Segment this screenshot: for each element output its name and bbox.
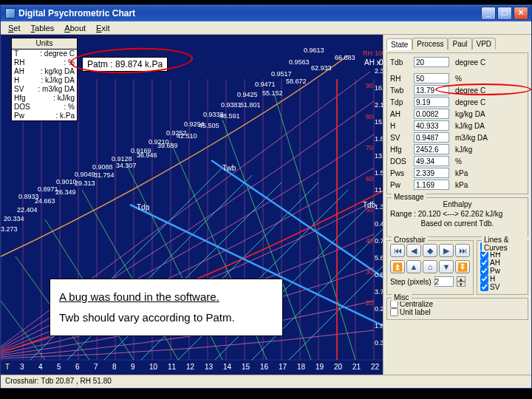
checkbox-ah[interactable] xyxy=(480,259,488,267)
state-unit: degree C xyxy=(452,86,525,95)
state-input-rh[interactable] xyxy=(414,73,449,83)
nav-home-button[interactable]: ⌂ xyxy=(423,260,437,273)
x-tick: 22 xyxy=(371,363,379,371)
chart-canvas[interactable]: Units T: degree CRH: %AH: kg/kg DAH: kJ/… xyxy=(1,35,383,375)
checkbox-sv[interactable] xyxy=(480,283,488,291)
check-sv[interactable]: SV xyxy=(480,283,525,291)
lines-group: Lines & Curves T RH AH Pw H SV xyxy=(477,240,528,295)
checkbox-pw[interactable] xyxy=(480,267,488,275)
step-down-button[interactable]: ▾ xyxy=(457,282,466,287)
right-scale-tick: 2.150 xyxy=(375,101,383,109)
x-tick: 7 xyxy=(94,363,98,371)
message-title: Message xyxy=(392,193,426,201)
right-scale-tick: 0.436 xyxy=(375,220,383,228)
right-scale-tick: 2.380 xyxy=(375,67,383,75)
state-label: H xyxy=(390,122,411,130)
side-panel: State Process Paul VPD Tdb degree CRH %T… xyxy=(383,35,531,375)
checkbox-misc[interactable] xyxy=(390,308,398,316)
state-unit: % xyxy=(452,75,525,83)
close-button[interactable]: × xyxy=(514,7,528,20)
nav-down-button[interactable]: ▼ xyxy=(439,260,454,273)
minimize-button[interactable]: _ xyxy=(481,7,496,20)
check-pw[interactable]: Pw xyxy=(480,267,525,275)
state-input-ah[interactable] xyxy=(414,109,449,119)
nav-center-button[interactable]: ◆ xyxy=(423,244,437,257)
state-label: Pws xyxy=(390,169,411,177)
tab-process[interactable]: Process xyxy=(412,38,448,50)
units-title: Units xyxy=(12,38,77,50)
nav-right-fast-button[interactable]: ⏭ xyxy=(455,244,470,257)
state-panel: Tdb degree CRH %Twb degree CTdp degree C… xyxy=(386,52,528,194)
menu-about[interactable]: About xyxy=(60,23,90,33)
state-input-sv[interactable] xyxy=(414,132,449,143)
state-input-dos[interactable] xyxy=(414,156,449,166)
lines-title: Lines & Curves xyxy=(482,236,528,252)
check-unit-label[interactable]: Unit label xyxy=(390,308,525,316)
message-group: Message Enthalpy Range : 20.120 <---> 62… xyxy=(386,197,528,237)
state-label: AH xyxy=(390,110,411,118)
nav-left-fast-button[interactable]: ⏮ xyxy=(390,244,405,257)
right-scale-tick: 3.77 xyxy=(375,288,383,296)
state-input-pws[interactable] xyxy=(414,168,449,178)
state-unit: kPa xyxy=(452,169,525,177)
right-scale-tick: 1.850 xyxy=(375,135,383,143)
x-tick: 13 xyxy=(205,363,213,371)
step-up-button[interactable]: ▴ xyxy=(457,276,466,282)
menu-tables[interactable]: Tables xyxy=(27,23,59,33)
tabs: State Process Paul VPD xyxy=(386,38,528,50)
state-row-rh: RH % xyxy=(390,72,525,84)
state-row-pw: Pw kPa xyxy=(390,179,525,191)
maximize-button[interactable]: □ xyxy=(497,7,512,20)
state-row-sv: SV m3/kg DA xyxy=(390,132,525,143)
tab-state[interactable]: State xyxy=(386,38,412,50)
checkbox-h[interactable] xyxy=(480,275,488,283)
rh-axis-hdr1: RH xyxy=(363,50,372,57)
x-tick: 20 xyxy=(334,363,342,371)
state-input-tdp[interactable] xyxy=(414,97,449,107)
nav-up-fast-button[interactable]: ⏫ xyxy=(390,260,405,273)
x-tick: 21 xyxy=(352,363,361,371)
x-tick: 3 xyxy=(20,363,24,371)
state-row-h: H kJ/kg DA xyxy=(390,120,525,132)
nav-up-button[interactable]: ▲ xyxy=(406,260,421,273)
check-h[interactable]: H xyxy=(480,275,525,283)
x-tick: 19 xyxy=(316,363,324,371)
patm-readout: Patm : 89.874 k.Pa xyxy=(82,57,168,72)
tab-paul[interactable]: Paul xyxy=(448,38,471,50)
right-scale-tick: 1.88 xyxy=(375,322,383,330)
check-ah[interactable]: AH xyxy=(480,259,525,267)
x-tick: 11 xyxy=(168,363,176,371)
state-row-hfg: Hfg kJ/kg xyxy=(390,143,525,155)
tab-vpd[interactable]: VPD xyxy=(472,38,497,50)
state-input-h[interactable] xyxy=(414,120,449,131)
menu-exit[interactable]: Exit xyxy=(92,23,114,33)
state-label: DOS xyxy=(390,157,411,166)
svg-line-37 xyxy=(274,94,355,360)
right-scale-tick: 1.586 xyxy=(375,169,383,177)
nav-right-button[interactable]: ▶ xyxy=(439,244,454,257)
state-label: RH xyxy=(390,75,411,83)
state-unit: % xyxy=(452,157,525,166)
crosshair-title: Crosshair xyxy=(392,236,428,244)
window-title: Digital Psychrometric Chart xyxy=(18,8,481,18)
state-input-pw[interactable] xyxy=(414,180,449,190)
nav-left-button[interactable]: ◀ xyxy=(406,244,421,257)
state-row-ah: AH kg/kg DA xyxy=(390,108,525,120)
step-input[interactable] xyxy=(434,276,454,287)
menu-set[interactable]: Set xyxy=(4,23,25,33)
annotation-bug-box: A bug was found in the software. Twb sho… xyxy=(50,279,283,336)
x-tick: 14 xyxy=(223,363,231,371)
message-l2: Range : 20.120 <---> 62.262 kJ/kg xyxy=(390,209,525,219)
x-tick: 17 xyxy=(279,363,287,371)
state-label: Hfg xyxy=(390,146,411,154)
state-row-twb: Twb degree C xyxy=(390,84,525,96)
right-scale-tick: 0.793 xyxy=(375,237,383,245)
nav-down-fast-button[interactable]: ⏬ xyxy=(455,260,470,273)
units-panel: Units T: degree CRH: %AH: kg/kg DAH: kJ/… xyxy=(11,38,78,121)
state-input-tdb[interactable] xyxy=(414,57,449,67)
state-input-twb[interactable] xyxy=(414,85,449,95)
x-tick: 8 xyxy=(112,363,117,371)
right-scale-tick: 13.21 xyxy=(375,152,383,160)
state-input-hfg[interactable] xyxy=(414,144,449,154)
state-label: Twb xyxy=(390,86,411,95)
